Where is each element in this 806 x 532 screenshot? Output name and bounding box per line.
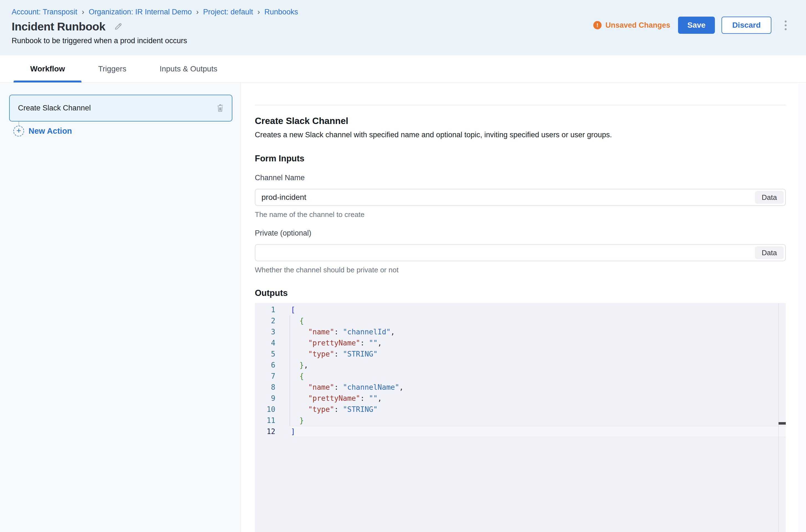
tab-triggers[interactable]: Triggers [81, 55, 143, 82]
breadcrumb-link-organization-ir-internal-demo[interactable]: Organization: IR Internal Demo [89, 8, 192, 16]
page-subtitle: Runbook to be triggered when a prod inci… [12, 37, 806, 45]
code-text[interactable]: }, [291, 360, 786, 370]
outputs-code-editor[interactable]: 1[2 {3 "name": "channelId",4 "prettyName… [255, 303, 786, 532]
code-text[interactable]: { [291, 370, 786, 382]
private-optional-data-button[interactable]: Data [755, 246, 784, 259]
line-number: 3 [255, 326, 291, 337]
line-number: 10 [255, 404, 291, 415]
code-line-9: 9 "prettyName": "", [255, 393, 786, 404]
code-line-1: 1[ [255, 304, 786, 315]
action-card-create-slack-channel[interactable]: Create Slack Channel [9, 95, 232, 121]
code-line-2: 2 { [255, 315, 786, 326]
code-text[interactable]: } [291, 415, 786, 426]
channel-name-field: Channel NameDataThe name of the channel … [255, 174, 786, 219]
page-header: Account: Transposit›Organization: IR Int… [0, 0, 806, 55]
code-text[interactable]: "type": "STRING" [291, 348, 786, 360]
code-text[interactable]: [ [291, 304, 786, 315]
code-line-3: 3 "name": "channelId", [255, 326, 786, 337]
plus-icon: + [13, 126, 24, 136]
code-text[interactable]: "name": "channelName", [291, 382, 786, 393]
kebab-dot-icon [785, 24, 787, 26]
edit-title-button[interactable] [113, 22, 123, 32]
code-text[interactable]: { [291, 315, 786, 326]
code-line-10: 10 "type": "STRING" [255, 404, 786, 415]
action-card-label: Create Slack Channel [18, 104, 91, 112]
code-line-7: 7 { [255, 370, 786, 382]
top-divider [255, 105, 786, 105]
editor-scrollbar-track [778, 303, 778, 532]
kebab-dot-icon [785, 28, 787, 30]
code-text[interactable]: "type": "STRING" [291, 404, 786, 415]
action-detail-description: Creates a new Slack channel with specifi… [255, 131, 786, 139]
new-action-button[interactable]: + New Action [13, 126, 232, 136]
code-text[interactable]: "name": "channelId", [291, 326, 786, 337]
channel-name-input-wrap: Data [255, 189, 786, 206]
private-optional-label: Private (optional) [255, 229, 786, 238]
code-text[interactable]: "prettyName": "", [291, 393, 786, 404]
form-inputs-heading: Form Inputs [255, 154, 786, 164]
editor-scrollbar-mark [778, 422, 786, 424]
code-line-4: 4 "prettyName": "", [255, 337, 786, 348]
channel-name-label: Channel Name [255, 174, 786, 182]
save-button[interactable]: Save [678, 17, 715, 34]
channel-name-helper-text: The name of the channel to create [255, 210, 786, 219]
line-number: 11 [255, 415, 291, 426]
outputs-heading: Outputs [255, 288, 786, 298]
header-actions: ! Unsaved Changes Save Discard [593, 17, 790, 34]
unsaved-changes-badge: ! Unsaved Changes [593, 21, 670, 30]
action-detail-title: Create Slack Channel [255, 116, 786, 126]
code-line-5: 5 "type": "STRING" [255, 348, 786, 360]
private-optional-helper-text: Whether the channel should be private or… [255, 266, 786, 274]
pencil-icon [113, 22, 123, 32]
tab-bar: WorkflowTriggersInputs & Outputs [0, 55, 806, 82]
code-line-12: 12] [255, 426, 786, 437]
tab-workflow[interactable]: Workflow [14, 55, 81, 82]
breadcrumb-separator-icon: › [196, 8, 199, 16]
line-number: 9 [255, 393, 291, 404]
code-text[interactable]: ] [291, 426, 786, 437]
line-number: 7 [255, 370, 291, 382]
code-line-6: 6 }, [255, 360, 786, 370]
line-number: 4 [255, 337, 291, 348]
breadcrumb-link-runbooks[interactable]: Runbooks [264, 8, 298, 16]
line-number: 6 [255, 360, 291, 370]
code-line-11: 11 } [255, 415, 786, 426]
more-options-button[interactable] [781, 18, 790, 32]
discard-button[interactable]: Discard [721, 17, 771, 34]
breadcrumb-separator-icon: › [82, 8, 84, 16]
workflow-steps-panel: Create Slack Channel + New Action [0, 82, 241, 532]
kebab-dot-icon [785, 20, 787, 22]
breadcrumb: Account: Transposit›Organization: IR Int… [12, 0, 806, 16]
alert-icon: ! [593, 21, 602, 29]
page-title: Incident Runbook [12, 20, 105, 33]
line-number: 5 [255, 348, 291, 360]
channel-name-data-button[interactable]: Data [755, 191, 784, 204]
content-area: Create Slack Channel + New Action [0, 82, 806, 532]
tab-inputs-outputs[interactable]: Inputs & Outputs [143, 55, 234, 82]
form-fields: Channel NameDataThe name of the channel … [255, 174, 786, 274]
line-number: 2 [255, 315, 291, 326]
breadcrumb-separator-icon: › [257, 8, 260, 16]
workflow-connector-line [19, 121, 19, 126]
line-number: 8 [255, 382, 291, 393]
breadcrumb-link-account-transposit[interactable]: Account: Transposit [12, 8, 77, 16]
unsaved-changes-label: Unsaved Changes [605, 21, 670, 30]
trash-icon [216, 103, 225, 113]
line-number: 1 [255, 304, 291, 315]
private-optional-field: Private (optional)DataWhether the channe… [255, 229, 786, 274]
code-line-8: 8 "name": "channelName", [255, 382, 786, 393]
channel-name-input[interactable] [255, 189, 786, 206]
private-optional-input[interactable] [255, 244, 786, 261]
line-number: 12 [255, 426, 291, 437]
code-lines: 1[2 {3 "name": "channelId",4 "prettyName… [255, 303, 786, 437]
private-optional-input-wrap: Data [255, 244, 786, 261]
action-detail-panel: Create Slack Channel Creates a new Slack… [241, 82, 798, 532]
breadcrumb-link-project-default[interactable]: Project: default [203, 8, 253, 16]
delete-action-button[interactable] [216, 103, 225, 113]
new-action-label: New Action [29, 127, 72, 136]
code-text[interactable]: "prettyName": "", [291, 337, 786, 348]
